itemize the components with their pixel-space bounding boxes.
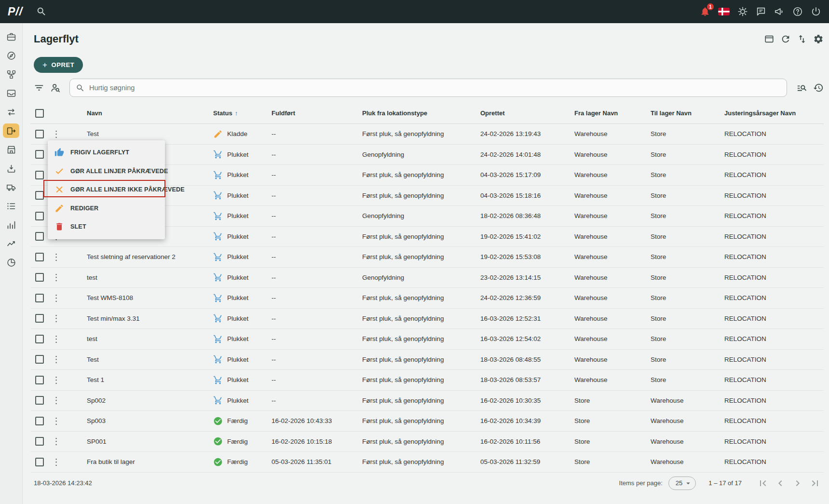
col-header-fuldfort[interactable]: Fuldført [272, 109, 362, 117]
row-justering: RELOCATION [724, 212, 824, 219]
row-checkbox[interactable] [35, 314, 44, 323]
table-row[interactable]: ⋮ Test min/max 3.31 Plukket -- Først plu… [30, 309, 824, 329]
context-menu-item[interactable]: SLET [48, 218, 165, 236]
row-checkbox[interactable] [35, 150, 44, 159]
row-fra-lager: Warehouse [574, 356, 651, 363]
row-checkbox[interactable] [35, 376, 44, 384]
sidebar-item[interactable] [3, 123, 19, 138]
settings-gear-icon[interactable] [813, 34, 824, 44]
page-size-select[interactable]: 25 [668, 477, 696, 490]
row-checkbox[interactable] [35, 396, 44, 405]
col-header-pluk[interactable]: Pluk fra lokationstype [362, 109, 480, 117]
prev-page-button[interactable] [775, 477, 786, 489]
sidebar-item[interactable] [3, 105, 19, 119]
table-row[interactable]: ⋮ test Plukket -- Først pluk, så genopfy… [30, 329, 824, 350]
row-checkbox[interactable] [35, 294, 44, 302]
row-menu-button[interactable]: ⋮ [49, 253, 64, 261]
row-menu-button[interactable]: ⋮ [49, 437, 64, 446]
row-menu-button[interactable]: ⋮ [49, 335, 64, 343]
row-menu-button[interactable]: ⋮ [49, 273, 64, 282]
table-row[interactable]: ⋮ Test 1 Plukket -- Først pluk, så genop… [30, 370, 824, 391]
sidebar-item[interactable] [3, 180, 19, 194]
sidebar-item[interactable] [3, 86, 19, 100]
table-row[interactable]: ⋮ Test Plukket -- Først pluk, så genopfy… [30, 350, 824, 370]
row-checkbox[interactable] [35, 253, 44, 261]
row-checkbox[interactable] [35, 191, 44, 200]
denmark-flag-icon[interactable] [718, 8, 730, 15]
sidebar-item[interactable] [3, 236, 19, 251]
col-header-oprettet[interactable]: Oprettet [480, 109, 574, 117]
row-checkbox[interactable] [35, 232, 44, 241]
col-header-til-lager[interactable]: Til lager Navn [651, 109, 724, 117]
row-fra-lager: Warehouse [574, 294, 651, 301]
context-menu-item[interactable]: GØR ALLE LINJER IKKE PÅKRÆVEDE [48, 180, 165, 199]
sidebar-item[interactable] [3, 199, 19, 213]
row-checkbox[interactable] [35, 273, 44, 282]
app-logo[interactable]: P// [8, 5, 23, 18]
col-header-fra-lager[interactable]: Fra lager Navn [574, 109, 651, 117]
row-checkbox[interactable] [35, 437, 44, 446]
sidebar-item[interactable] [3, 142, 19, 157]
sidebar-item[interactable] [3, 218, 19, 232]
manage-search-icon[interactable] [797, 82, 807, 93]
context-menu-item[interactable]: REDIGER [48, 199, 165, 218]
col-header-justering[interactable]: Justeringsårsager Navn [724, 109, 824, 117]
sidebar-item[interactable] [3, 161, 19, 176]
context-menu-item[interactable]: FRIGIV LAGERFLYT [48, 143, 165, 162]
row-menu-button[interactable]: ⋮ [49, 355, 64, 364]
row-menu-button[interactable]: ⋮ [49, 396, 64, 405]
announcement-icon[interactable] [774, 6, 785, 17]
first-page-button[interactable] [757, 477, 769, 489]
row-menu-button[interactable]: ⋮ [49, 458, 64, 466]
table-row[interactable]: ⋮ test Plukket -- Genopfyldning 23-02-20… [30, 268, 824, 288]
row-menu-button[interactable]: ⋮ [49, 130, 64, 138]
table-row[interactable]: ⋮ Test sletning af reservationer 2 Plukk… [30, 247, 824, 268]
import-export-icon[interactable] [797, 34, 807, 44]
notifications-bell-icon[interactable]: 1 [700, 6, 710, 17]
chat-icon[interactable] [756, 6, 766, 17]
status-label: Plukket [227, 376, 248, 383]
row-menu-button[interactable]: ⋮ [49, 417, 64, 425]
help-icon[interactable] [792, 6, 803, 17]
create-button[interactable]: + OPRET [34, 57, 83, 73]
table-row[interactable]: ⋮ Fra butik til lager Færdig 05-03-2026 … [30, 452, 824, 473]
row-checkbox[interactable] [35, 130, 44, 138]
row-checkbox[interactable] [35, 417, 44, 425]
table-row[interactable]: ⋮ Test WMS-8108 Plukket -- Først pluk, s… [30, 288, 824, 309]
dashboard-icon [6, 51, 16, 61]
global-search-icon[interactable] [36, 6, 47, 17]
quick-search-input[interactable] [89, 84, 781, 92]
table-row[interactable]: ⋮ SP001 Færdig 16-02-2026 10:15:18 Først… [30, 432, 824, 452]
power-icon[interactable] [811, 6, 821, 17]
filter-icon[interactable] [34, 82, 44, 93]
status-label: Plukket [227, 274, 248, 281]
sort-asc-icon: ↑ [235, 109, 238, 117]
next-page-button[interactable] [792, 477, 803, 489]
row-menu-button[interactable]: ⋮ [49, 294, 64, 302]
refresh-icon[interactable] [780, 34, 791, 44]
row-name: SP001 [87, 438, 213, 445]
row-checkbox[interactable] [35, 355, 44, 364]
context-menu-item[interactable]: GØR ALLE LINJER PÅKRÆVEDE [48, 162, 165, 181]
row-menu-button[interactable]: ⋮ [49, 376, 64, 384]
row-checkbox[interactable] [35, 335, 44, 343]
sidebar-item[interactable] [3, 255, 19, 270]
row-menu-button[interactable]: ⋮ [49, 314, 64, 323]
table-row[interactable]: ⋮ Sp002 Plukket -- Først pluk, så genopf… [30, 391, 824, 411]
sidebar-item[interactable] [3, 29, 19, 44]
row-checkbox[interactable] [35, 458, 44, 466]
sidebar-item[interactable] [3, 48, 19, 63]
select-all-checkbox[interactable] [35, 109, 44, 118]
row-checkbox[interactable] [35, 171, 44, 179]
history-icon[interactable] [813, 82, 824, 93]
row-fra-lager: Warehouse [574, 335, 651, 342]
last-page-button[interactable] [809, 477, 821, 489]
row-checkbox[interactable] [35, 212, 44, 220]
col-header-status[interactable]: Status ↑ [213, 109, 272, 117]
saved-search-icon[interactable] [50, 82, 61, 93]
views-icon[interactable] [764, 34, 775, 44]
theme-sun-icon[interactable] [737, 6, 748, 17]
table-row[interactable]: ⋮ Sp003 Færdig 16-02-2026 10:43:33 Først… [30, 411, 824, 432]
col-header-navn[interactable]: Navn [87, 109, 213, 117]
sidebar-item[interactable] [3, 67, 19, 82]
